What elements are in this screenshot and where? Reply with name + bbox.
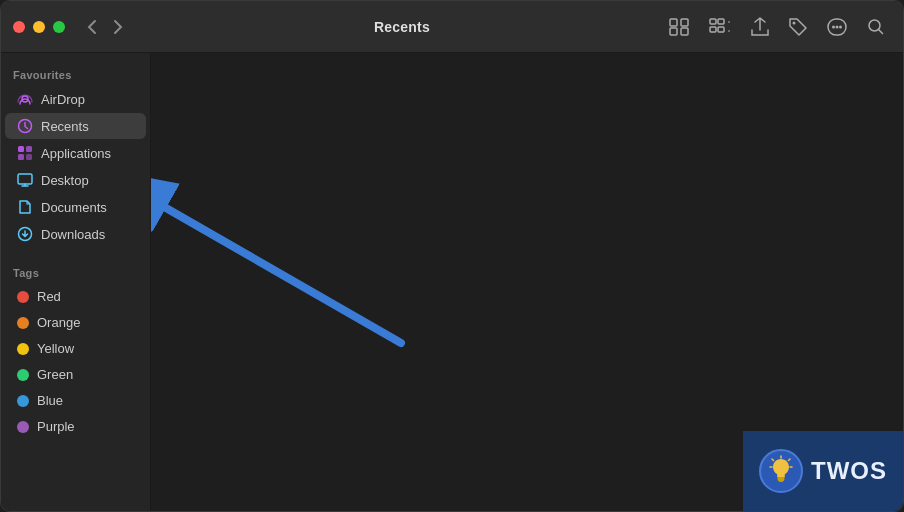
svg-point-10	[832, 25, 835, 28]
sidebar-item-tag-blue[interactable]: Blue	[5, 388, 146, 413]
downloads-label: Downloads	[41, 227, 105, 242]
minimize-button[interactable]	[33, 21, 45, 33]
twos-badge: TWOS	[743, 431, 903, 511]
sidebar: Favourites AirDrop	[1, 53, 151, 511]
downloads-icon	[17, 226, 33, 242]
sidebar-item-applications[interactable]: Applications	[5, 140, 146, 166]
tag-red-label: Red	[37, 289, 61, 304]
tag-blue-label: Blue	[37, 393, 63, 408]
sidebar-item-airdrop[interactable]: AirDrop	[5, 86, 146, 112]
share-button[interactable]	[745, 13, 775, 41]
tag-yellow-dot	[17, 343, 29, 355]
svg-rect-1	[681, 19, 688, 26]
svg-point-12	[839, 25, 842, 28]
desktop-icon	[17, 172, 33, 188]
svg-rect-18	[18, 154, 24, 160]
sidebar-item-recents[interactable]: Recents	[5, 113, 146, 139]
tag-purple-dot	[17, 421, 29, 433]
sidebar-item-documents[interactable]: Documents	[5, 194, 146, 220]
maximize-button[interactable]	[53, 21, 65, 33]
svg-rect-0	[670, 19, 677, 26]
icon-view-button[interactable]	[663, 14, 695, 40]
nav-buttons	[81, 15, 129, 39]
list-view-button[interactable]	[703, 14, 737, 40]
svg-rect-3	[681, 28, 688, 35]
more-button[interactable]	[821, 14, 853, 40]
forward-button[interactable]	[107, 15, 129, 39]
documents-label: Documents	[41, 200, 107, 215]
twos-label: TWOS	[811, 457, 887, 485]
airdrop-icon	[17, 91, 33, 107]
sidebar-item-tag-purple[interactable]: Purple	[5, 414, 146, 439]
applications-icon	[17, 145, 33, 161]
desktop-label: Desktop	[41, 173, 89, 188]
tags-label: Tags	[1, 259, 150, 283]
recents-icon	[17, 118, 33, 134]
sidebar-item-desktop[interactable]: Desktop	[5, 167, 146, 193]
tag-red-dot	[17, 291, 29, 303]
svg-rect-2	[670, 28, 677, 35]
tag-green-dot	[17, 369, 29, 381]
traffic-lights	[13, 21, 65, 33]
sidebar-item-tag-green[interactable]: Green	[5, 362, 146, 387]
twos-logo	[759, 449, 803, 493]
tag-blue-dot	[17, 395, 29, 407]
tag-orange-dot	[17, 317, 29, 329]
window-title: Recents	[141, 19, 663, 35]
tag-purple-label: Purple	[37, 419, 75, 434]
svg-line-23	[166, 208, 401, 343]
documents-icon	[17, 199, 33, 215]
svg-rect-20	[18, 174, 32, 184]
arrow-annotation	[151, 133, 541, 433]
airdrop-label: AirDrop	[41, 92, 85, 107]
tag-green-label: Green	[37, 367, 73, 382]
svg-rect-7	[718, 27, 724, 32]
finder-window: Recents	[0, 0, 904, 512]
tag-button[interactable]	[783, 14, 813, 40]
applications-label: Applications	[41, 146, 111, 161]
svg-rect-16	[18, 146, 24, 152]
svg-rect-19	[26, 154, 32, 160]
svg-line-25	[772, 459, 774, 461]
main-content: Favourites AirDrop	[1, 53, 903, 511]
close-button[interactable]	[13, 21, 25, 33]
svg-rect-4	[710, 19, 716, 24]
svg-point-8	[793, 21, 796, 24]
svg-rect-5	[718, 19, 724, 24]
svg-rect-6	[710, 27, 716, 32]
recents-label: Recents	[41, 119, 89, 134]
title-bar: Recents	[1, 1, 903, 53]
sidebar-item-tag-yellow[interactable]: Yellow	[5, 336, 146, 361]
tag-yellow-label: Yellow	[37, 341, 74, 356]
sidebar-item-tag-red[interactable]: Red	[5, 284, 146, 309]
sidebar-item-tag-orange[interactable]: Orange	[5, 310, 146, 335]
svg-point-11	[836, 25, 839, 28]
back-button[interactable]	[81, 15, 103, 39]
sidebar-item-downloads[interactable]: Downloads	[5, 221, 146, 247]
toolbar-right	[663, 13, 891, 41]
main-content-area: TWOS	[151, 53, 903, 511]
svg-line-28	[789, 459, 791, 461]
favourites-label: Favourites	[1, 61, 150, 85]
svg-rect-17	[26, 146, 32, 152]
tag-orange-label: Orange	[37, 315, 80, 330]
search-button[interactable]	[861, 14, 891, 40]
